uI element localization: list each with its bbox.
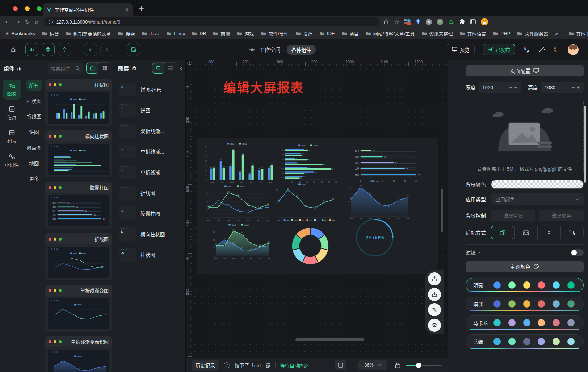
background-upload-dropzone[interactable]: 背景图需小于 5M ，格式为 png/jpg/gif 的文件 xyxy=(466,99,584,175)
new-tab-button[interactable]: + xyxy=(138,4,144,12)
collapse-panel-icon[interactable]: ‹ xyxy=(180,64,182,72)
theme-row[interactable]: 马卡龙 xyxy=(466,315,584,330)
extension-star-icon[interactable] xyxy=(448,19,454,25)
dark-mode-icon[interactable]: ☾ xyxy=(553,45,560,54)
sidebar-toggle-icon[interactable] xyxy=(470,19,476,24)
theme-color-header[interactable]: 主题颜色 xyxy=(466,261,584,272)
magic-wand-icon[interactable] xyxy=(538,46,545,53)
app-home-icon[interactable]: ⌂ xyxy=(11,45,16,54)
history-panel-button[interactable] xyxy=(335,360,346,370)
workspace[interactable]: 编辑大屏报表 050100150200250300350120130Mon200… xyxy=(192,66,448,358)
bookmark-item[interactable]: 搜索 xyxy=(118,30,135,37)
layer-item[interactable]: 饼图 xyxy=(118,100,182,120)
settings-button[interactable]: ⚙ xyxy=(428,319,441,332)
grid-view-button[interactable] xyxy=(98,63,111,74)
horizontal-scrollbar[interactable] xyxy=(295,338,364,341)
canvas-text-component[interactable]: 编辑大屏报表 xyxy=(223,78,304,96)
width-stepper[interactable]: 1920−+ xyxy=(479,82,521,93)
history-button[interactable]: 历史记录 xyxy=(192,360,219,371)
components-tab-小组件[interactable]: 小组件 xyxy=(3,151,21,171)
height-stepper[interactable]: 1080−+ xyxy=(541,82,584,93)
layer-item[interactable]: 单折线渐... xyxy=(118,141,182,162)
bookmark-item[interactable]: 前端 xyxy=(213,30,230,37)
project-name-badge[interactable]: 各种组件 xyxy=(287,45,316,55)
layer-item[interactable]: 折线图 xyxy=(118,182,182,203)
bookmark-item[interactable]: 设计 xyxy=(295,30,312,37)
reload-icon[interactable]: ↻ xyxy=(25,18,30,25)
category-item[interactable]: 折线图 xyxy=(24,111,45,122)
bookmark-item[interactable]: 网站/博客/文章/工具 xyxy=(366,30,415,37)
charts-panel-toggle[interactable] xyxy=(25,43,38,56)
bookmark-item[interactable]: 软件/硬件 xyxy=(261,30,289,37)
preview-button[interactable]: 预览 xyxy=(447,44,475,55)
components-tab-图表[interactable]: 图表 xyxy=(3,80,21,100)
category-item[interactable]: 饼图 xyxy=(26,126,42,137)
canvas-chart-line1[interactable]: 01002001202001508070110130MonTueWedThuFr… xyxy=(273,183,336,222)
bookmark-item[interactable]: Linux xyxy=(166,30,185,37)
canvas-chart-pie[interactable]: MonTueWedThuFriSatSun xyxy=(280,218,341,269)
bg-color-swatch[interactable] xyxy=(491,180,584,189)
theme-row[interactable]: 明亮 xyxy=(466,278,584,292)
canvas-chart-area1[interactable]: 01002001202001508070110130MonTueWedThuFr… xyxy=(346,180,410,220)
category-item[interactable]: 更多 xyxy=(26,173,42,184)
vertical-scrollbar[interactable] xyxy=(441,189,443,232)
layer-item[interactable]: 双折线渐... xyxy=(118,120,182,141)
import-button[interactable] xyxy=(428,288,441,301)
url-bar[interactable]: 127.0.0.1:3000/#/chart/home/9 xyxy=(44,17,379,26)
bookmark-item[interactable]: 其他语言 xyxy=(460,30,486,37)
fit-width-button[interactable] xyxy=(514,226,538,239)
config-scrollbar[interactable] xyxy=(584,106,586,183)
app-type-select[interactable]: 应用颜色 xyxy=(491,193,584,205)
component-card[interactable]: 单折线渐变面积图 xyxy=(45,336,112,372)
home-icon[interactable]: ⌂ xyxy=(35,18,38,25)
category-item[interactable]: 地图 xyxy=(26,158,42,168)
user-avatar[interactable] xyxy=(568,44,579,55)
extensions-puzzle-icon[interactable] xyxy=(459,19,465,25)
extension-snowflake-icon[interactable] xyxy=(426,19,432,25)
component-card[interactable]: 胶囊柱图厦门20南阳40北京60上海80新疆100 xyxy=(45,182,112,229)
bookmark-item[interactable]: IDE xyxy=(319,30,335,37)
bookmark-item[interactable]: 运营 xyxy=(42,30,59,37)
page-config-header[interactable]: 页面配置 xyxy=(466,65,584,76)
clear-color-button[interactable]: 清除颜色 xyxy=(539,210,584,221)
save-button[interactable] xyxy=(127,43,140,56)
component-card[interactable]: 单折线渐变图 xyxy=(45,285,112,332)
theme-row[interactable]: 蓝绿 xyxy=(466,334,584,349)
mac-close-button[interactable] xyxy=(13,6,18,11)
canvas-chart-line2[interactable]: 0100200300120200150807011013013013031226… xyxy=(203,185,270,222)
mac-minimize-button[interactable] xyxy=(25,6,30,11)
list-view-button[interactable] xyxy=(164,63,177,74)
fit-scale-button[interactable] xyxy=(491,226,514,239)
tab-close-icon[interactable]: ✕ xyxy=(125,7,129,12)
layer-item[interactable]: 单折线渐... xyxy=(118,162,182,182)
bookmark-item[interactable]: 近期需要读的文章 xyxy=(66,30,111,37)
forward-icon[interactable]: → xyxy=(15,18,20,25)
canvas-chart-progress[interactable]: 25.00% xyxy=(354,217,395,258)
bookmark-item[interactable]: 项目 xyxy=(342,30,359,37)
single-view-button[interactable] xyxy=(86,63,98,74)
extension-dot-icon[interactable] xyxy=(437,19,443,25)
canvas-chart-hbar[interactable]: 120100Mon200130Tue150312Wed80256Thu70155… xyxy=(279,143,341,183)
extension-gem-icon[interactable] xyxy=(416,19,421,25)
bookmarks-root[interactable]: ★Bookmarks xyxy=(5,31,35,36)
component-card[interactable]: 横向柱状图 xyxy=(45,130,112,177)
edit-button[interactable]: ✎ xyxy=(428,303,441,316)
extension-adguard-icon[interactable]: g xyxy=(404,19,411,25)
bookmarks-overflow-icon[interactable]: » xyxy=(555,31,558,36)
bookmark-item[interactable]: 文件服务器 xyxy=(517,30,548,37)
export-button[interactable] xyxy=(428,272,441,285)
canvas-chart-capsule[interactable]: 厦门20南阳40北京60上海80新疆100020406080100 xyxy=(352,145,425,183)
zoom-select[interactable]: 36% xyxy=(358,360,387,370)
layer-item[interactable]: 饼图-环形 xyxy=(118,79,182,100)
bookmark-item[interactable]: DB xyxy=(192,30,206,37)
clear-background-button[interactable]: 清除背景 xyxy=(491,210,536,221)
components-tab-列表[interactable]: 列表 xyxy=(3,127,21,147)
lock-open-icon[interactable] xyxy=(395,362,400,368)
category-item[interactable]: 柱状图 xyxy=(24,95,45,106)
canvas-chart-area2[interactable]: 0100200300120200150807011013013013031226… xyxy=(210,223,271,260)
dashboard-group[interactable]: 050100150200250300350120130Mon200130Tue1… xyxy=(197,138,438,274)
bookmark-star-icon[interactable]: ☆ xyxy=(394,18,399,25)
layers-panel-toggle[interactable] xyxy=(42,43,55,56)
redo-button[interactable] xyxy=(100,43,113,56)
filter-toggle[interactable] xyxy=(571,249,584,256)
